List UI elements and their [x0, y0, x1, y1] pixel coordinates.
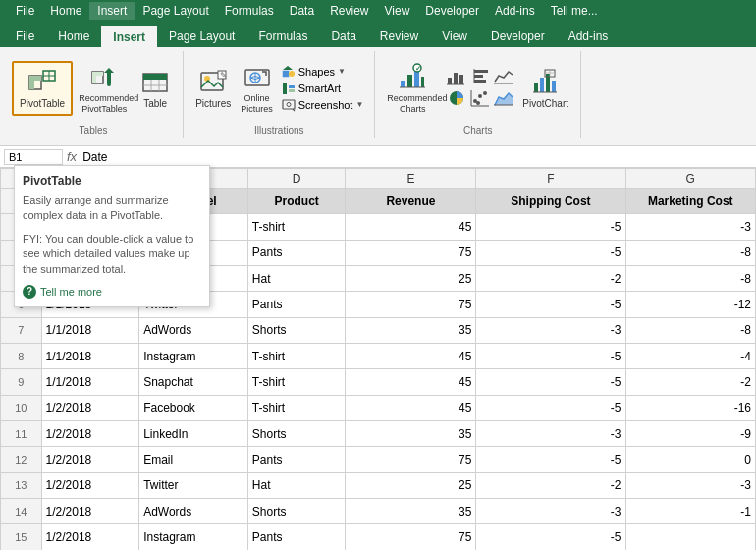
cell-revenue[interactable]: 35	[346, 317, 476, 343]
cell-marketing[interactable]: -8	[625, 266, 755, 292]
column-chart-icon[interactable]	[446, 67, 467, 86]
tab-addins[interactable]: Add-ins	[557, 26, 621, 47]
menu-insert[interactable]: Insert	[89, 2, 135, 20]
cell-date[interactable]: 1/1/2018	[41, 317, 139, 343]
cell-date[interactable]: 1/2/2018	[41, 447, 139, 472]
cell-marketing[interactable]: -8	[625, 317, 755, 343]
cell-product[interactable]: Shorts	[247, 499, 346, 524]
cell-product[interactable]: Shorts	[247, 317, 346, 343]
recommended-pivottables-button[interactable]: RecommendedPivotTables	[75, 60, 134, 117]
cell-channel[interactable]: Twitter	[139, 472, 248, 498]
cell-date[interactable]: 1/2/2018	[41, 395, 139, 420]
cell-channel[interactable]: Instagram	[139, 344, 248, 369]
cell-marketing[interactable]: -3	[625, 214, 755, 240]
cell-marketing[interactable]: -2	[625, 369, 755, 395]
cell-shipping[interactable]: -5	[476, 240, 625, 265]
cell-shipping[interactable]: -5	[476, 447, 625, 472]
menu-formulas[interactable]: Formulas	[217, 2, 282, 20]
cell-channel[interactable]: LinkedIn	[139, 421, 248, 447]
cell-channel[interactable]: AdWords	[139, 499, 248, 524]
pie-chart-icon[interactable]	[446, 88, 467, 108]
cell-marketing[interactable]: -1	[625, 499, 755, 524]
cell-date[interactable]: 1/2/2018	[41, 499, 139, 524]
cell-shipping[interactable]: -3	[476, 421, 625, 447]
pivottable-button[interactable]: PivotTable	[12, 61, 73, 116]
header-shipping[interactable]: Shipping Cost	[476, 189, 625, 214]
cell-revenue[interactable]: 45	[346, 214, 476, 240]
tab-data[interactable]: Data	[319, 26, 367, 47]
cell-shipping[interactable]: -5	[476, 214, 625, 240]
cell-channel[interactable]: Email	[139, 447, 248, 472]
scatter-chart-icon[interactable]	[469, 88, 491, 108]
cell-shipping[interactable]: -2	[476, 266, 625, 292]
cell-channel[interactable]: Instagram	[139, 524, 248, 550]
cell-revenue[interactable]: 45	[346, 344, 476, 369]
tab-pagelayout[interactable]: Page Layout	[157, 26, 246, 47]
cell-product[interactable]: T-shirt	[247, 344, 346, 369]
cell-product[interactable]: T-shirt	[247, 214, 346, 240]
tab-insert[interactable]: Insert	[101, 26, 157, 47]
cell-date[interactable]: 1/1/2018	[41, 344, 139, 369]
cell-shipping[interactable]: -5	[476, 292, 625, 317]
cell-marketing[interactable]	[625, 524, 755, 550]
cell-product[interactable]: T-shirt	[247, 369, 346, 395]
cell-shipping[interactable]: -2	[476, 472, 625, 498]
tooltip-tellmemore-link[interactable]: ? Tell me more	[23, 285, 201, 299]
cell-marketing[interactable]: -8	[625, 240, 755, 265]
col-header-g[interactable]: G	[625, 169, 755, 189]
line-chart-icon[interactable]	[493, 67, 514, 86]
cell-marketing[interactable]: -3	[625, 472, 755, 498]
cell-revenue[interactable]: 75	[346, 292, 476, 317]
cell-channel[interactable]: Facebook	[139, 395, 248, 420]
menu-file[interactable]: File	[8, 2, 42, 20]
col-header-d[interactable]: D	[247, 169, 346, 189]
cell-revenue[interactable]: 25	[346, 266, 476, 292]
cell-revenue[interactable]: 75	[346, 240, 476, 265]
cell-product[interactable]: Pants	[247, 240, 346, 265]
cell-product[interactable]: T-shirt	[247, 395, 346, 420]
formula-input[interactable]	[82, 150, 752, 164]
header-marketing[interactable]: Marketing Cost	[625, 189, 755, 214]
header-revenue[interactable]: Revenue	[346, 189, 476, 214]
screenshot-button[interactable]: Screenshot ▼	[279, 97, 367, 113]
tab-formulas[interactable]: Formulas	[246, 26, 319, 47]
cell-product[interactable]: Hat	[247, 266, 346, 292]
shapes-button[interactable]: Shapes ▼	[279, 64, 367, 80]
cell-date[interactable]: 1/2/2018	[41, 421, 139, 447]
cell-revenue[interactable]: 35	[346, 421, 476, 447]
cell-revenue[interactable]: 35	[346, 499, 476, 524]
cell-revenue[interactable]: 75	[346, 447, 476, 472]
cell-product[interactable]: Pants	[247, 447, 346, 472]
cell-shipping[interactable]: -5	[476, 524, 625, 550]
menu-tellme[interactable]: Tell me...	[543, 2, 606, 20]
cell-product[interactable]: Shorts	[247, 421, 346, 447]
smartart-button[interactable]: SmartArt	[279, 81, 367, 96]
cell-revenue[interactable]: 25	[346, 472, 476, 498]
cell-shipping[interactable]: -3	[476, 499, 625, 524]
cell-marketing[interactable]: -12	[625, 292, 755, 317]
menu-home[interactable]: Home	[42, 2, 89, 20]
cell-shipping[interactable]: -5	[476, 395, 625, 420]
cell-shipping[interactable]: -5	[476, 369, 625, 395]
cell-revenue[interactable]: 45	[346, 395, 476, 420]
name-box[interactable]	[4, 149, 63, 165]
cell-revenue[interactable]: 75	[346, 524, 476, 550]
header-product[interactable]: Product	[247, 189, 346, 214]
cell-channel[interactable]: Snapchat	[139, 369, 248, 395]
cell-shipping[interactable]: -3	[476, 317, 625, 343]
tab-view[interactable]: View	[430, 26, 479, 47]
table-button[interactable]: Table	[135, 65, 175, 112]
online-pictures-button[interactable]: OnlinePictures	[237, 60, 277, 117]
cell-marketing[interactable]: -16	[625, 395, 755, 420]
cell-date[interactable]: 1/2/2018	[41, 524, 139, 550]
cell-channel[interactable]: AdWords	[139, 317, 248, 343]
tab-review[interactable]: Review	[368, 26, 430, 47]
col-header-f[interactable]: F	[476, 169, 625, 189]
cell-marketing[interactable]: -4	[625, 344, 755, 369]
recommended-charts-button[interactable]: ✓ RecommendedCharts	[383, 60, 442, 117]
menu-review[interactable]: Review	[322, 2, 376, 20]
bar-chart-icon[interactable]	[469, 67, 491, 86]
tab-developer[interactable]: Developer	[479, 26, 557, 47]
cell-marketing[interactable]: -9	[625, 421, 755, 447]
pivotchart-button[interactable]: PivotChart	[518, 65, 572, 112]
